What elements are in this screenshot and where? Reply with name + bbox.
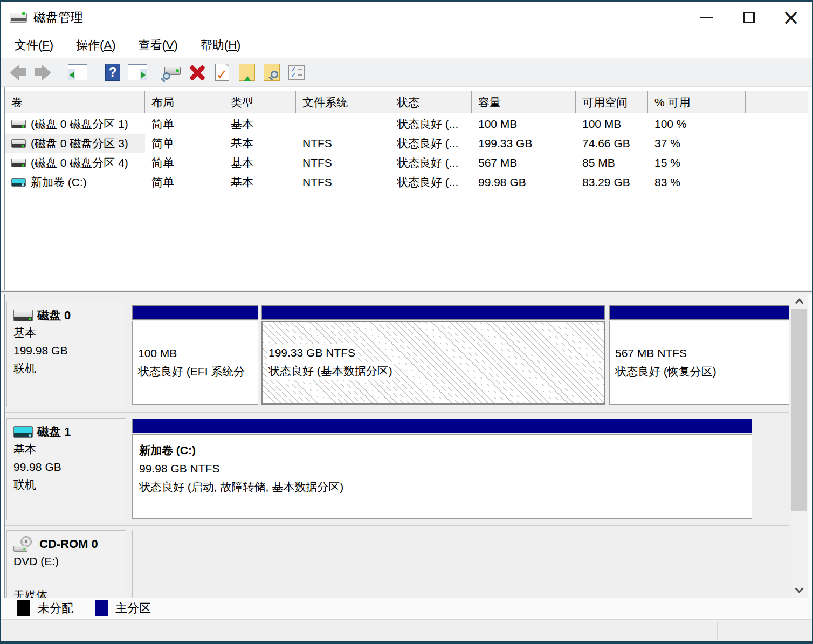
toolbar: ? ✓ ✓ ✓ bbox=[1, 58, 812, 87]
volume-list-header: 卷 布局 类型 文件系统 状态 容量 可用空间 % 可用 bbox=[5, 91, 808, 113]
cdrom-media: DVD (E:) bbox=[13, 552, 126, 570]
menu-help[interactable]: 帮助(H) bbox=[201, 37, 241, 53]
cdrom-status: 无媒体 bbox=[13, 586, 126, 598]
partition-color-band bbox=[132, 419, 752, 433]
action-pane-icon bbox=[128, 64, 147, 80]
cdrom-area-divider bbox=[132, 530, 133, 598]
partition-c-drive[interactable]: 新加卷 (C:) 99.98 GB NTFS 状态良好 (启动, 故障转储, 基… bbox=[132, 419, 752, 519]
toolbar-separator bbox=[60, 62, 60, 83]
partition-basic-data-selected[interactable]: 199.33 GB NTFS 状态良好 (基本数据分区) bbox=[261, 305, 605, 405]
disk-volume-icon bbox=[11, 139, 26, 148]
disk-0-type: 基本 bbox=[13, 324, 126, 341]
rescan-disks-button[interactable] bbox=[160, 60, 185, 85]
column-header-layout[interactable]: 布局 bbox=[145, 91, 224, 113]
disk-0-status: 联机 bbox=[13, 359, 126, 377]
legend-primary-label: 主分区 bbox=[115, 600, 151, 616]
disk-1-row: 磁盘 1 基本 99.98 GB 联机 新加卷 (C:) 99.98 GB NT… bbox=[5, 414, 789, 525]
toolbar-separator bbox=[155, 62, 155, 83]
properties-button[interactable]: ✓ ✓ bbox=[284, 60, 309, 85]
partition-color-band bbox=[609, 305, 789, 320]
checklist-icon: ✓ ✓ bbox=[288, 65, 305, 80]
disk-management-window: 磁盘管理 × 文件(F) 操作(A) 查看(V) 帮助(H) ? ✓ bbox=[0, 0, 813, 644]
menu-action[interactable]: 操作(A) bbox=[76, 37, 115, 53]
row-separator bbox=[5, 412, 789, 413]
status-bar bbox=[1, 618, 812, 641]
cdrom-icon bbox=[13, 536, 35, 552]
graphical-view: 磁盘 0 基本 199.98 GB 联机 100 MB 状态良好 (EFI 系统… bbox=[5, 294, 808, 598]
chevron-down-icon bbox=[795, 585, 803, 593]
disk-1-icon bbox=[13, 426, 33, 438]
window-controls: × bbox=[686, 2, 812, 33]
column-header-free-space[interactable]: 可用空间 bbox=[576, 91, 648, 113]
forward-arrow-icon bbox=[35, 65, 51, 80]
chevron-up-icon bbox=[795, 299, 803, 307]
table-row[interactable]: 新加卷 (C:) 简单 基本 NTFS 状态良好 (... 99.98 GB 8… bbox=[5, 173, 808, 192]
disk-drive-icon bbox=[10, 11, 27, 24]
scroll-up-button[interactable] bbox=[791, 294, 807, 309]
c-drive-volume-icon bbox=[11, 178, 26, 187]
menu-bar: 文件(F) 操作(A) 查看(V) 帮助(H) bbox=[1, 33, 812, 58]
disk-1-label[interactable]: 磁盘 1 基本 99.98 GB 联机 bbox=[6, 418, 126, 520]
show-action-pane-button[interactable] bbox=[125, 60, 150, 85]
partition-color-band bbox=[132, 305, 258, 320]
column-header-status[interactable]: 状态 bbox=[390, 91, 472, 113]
toolbar-separator bbox=[95, 62, 95, 83]
column-header-capacity[interactable]: 容量 bbox=[472, 91, 576, 113]
folder-search-icon bbox=[264, 64, 280, 81]
scroll-down-button[interactable] bbox=[791, 583, 807, 598]
partition-color-band bbox=[261, 305, 605, 320]
close-button[interactable]: × bbox=[770, 2, 812, 33]
vertical-scrollbar[interactable] bbox=[791, 294, 807, 598]
legend-bar: 未分配 主分区 bbox=[1, 598, 812, 618]
legend-primary-swatch bbox=[95, 600, 108, 616]
cdrom-0-label[interactable]: CD-ROM 0 DVD (E:) 无媒体 bbox=[6, 530, 126, 598]
title-bar: 磁盘管理 × bbox=[1, 2, 812, 33]
legend-unallocated-label: 未分配 bbox=[38, 600, 73, 616]
disk-0-label[interactable]: 磁盘 0 基本 199.98 GB 联机 bbox=[6, 302, 126, 407]
close-icon: × bbox=[782, 6, 800, 28]
column-header-type[interactable]: 类型 bbox=[224, 91, 296, 113]
disk-volume-icon bbox=[11, 120, 26, 128]
folder-up-icon bbox=[239, 64, 255, 81]
scrollbar-thumb[interactable] bbox=[791, 309, 807, 511]
disk-0-row: 磁盘 0 基本 199.98 GB 联机 100 MB 状态良好 (EFI 系统… bbox=[5, 297, 789, 412]
menu-view[interactable]: 查看(V) bbox=[138, 37, 177, 53]
minimize-button[interactable] bbox=[686, 2, 728, 33]
column-header-pct-free[interactable]: % 可用 bbox=[648, 91, 746, 113]
delete-x-icon bbox=[188, 63, 206, 81]
show-console-tree-button[interactable] bbox=[65, 60, 90, 85]
table-row[interactable]: (磁盘 0 磁盘分区 4) 简单 基本 NTFS 状态良好 (... 567 M… bbox=[5, 153, 808, 173]
back-arrow-icon bbox=[10, 65, 26, 80]
maximize-icon bbox=[743, 12, 755, 23]
disk-1-type: 基本 bbox=[13, 440, 126, 458]
open-button[interactable] bbox=[235, 60, 259, 85]
column-header-filesystem[interactable]: 文件系统 bbox=[296, 91, 390, 113]
table-row-selected[interactable]: (磁盘 0 磁盘分区 3) 简单 基本 NTFS 状态良好 (... 199.3… bbox=[5, 134, 808, 153]
forward-button[interactable] bbox=[30, 60, 55, 85]
window-title: 磁盘管理 bbox=[33, 9, 83, 26]
help-button[interactable]: ? bbox=[100, 60, 125, 85]
menu-file[interactable]: 文件(F) bbox=[15, 37, 53, 53]
check-volume-button[interactable]: ✓ bbox=[210, 60, 235, 85]
document-check-icon: ✓ bbox=[215, 64, 229, 81]
table-row[interactable]: (磁盘 0 磁盘分区 1) 简单 基本 状态良好 (... 100 MB 100… bbox=[5, 114, 808, 134]
column-header-filler bbox=[746, 91, 808, 113]
partition-recovery[interactable]: 567 MB NTFS 状态良好 (恢复分区) bbox=[609, 305, 789, 405]
pane-splitter[interactable] bbox=[1, 290, 812, 294]
maximize-button[interactable] bbox=[728, 2, 770, 33]
delete-button[interactable] bbox=[185, 60, 210, 85]
status-bar-divider bbox=[717, 622, 718, 640]
disk-0-icon bbox=[13, 310, 33, 321]
cdrom-0-row: CD-ROM 0 DVD (E:) 无媒体 bbox=[5, 526, 789, 598]
back-button[interactable] bbox=[5, 60, 30, 85]
console-tree-icon bbox=[68, 64, 87, 80]
disk-1-size: 99.98 GB bbox=[13, 458, 126, 476]
column-header-volume[interactable]: 卷 bbox=[5, 91, 145, 113]
disk-0-size: 199.98 GB bbox=[13, 341, 126, 359]
explore-button[interactable] bbox=[259, 60, 284, 85]
disk-volume-icon bbox=[11, 159, 26, 167]
legend-unallocated-swatch bbox=[17, 600, 30, 616]
volume-list: 卷 布局 类型 文件系统 状态 容量 可用空间 % 可用 (磁盘 0 磁盘分区 … bbox=[5, 87, 808, 290]
minimize-icon bbox=[700, 17, 713, 18]
partition-efi[interactable]: 100 MB 状态良好 (EFI 系统分 bbox=[132, 305, 258, 405]
